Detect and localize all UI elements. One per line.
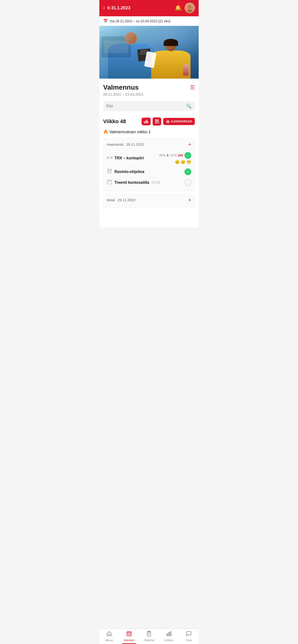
ravinto-content: Ravinto-ohjelma	[114, 170, 185, 174]
valmennus-header: Valmennus 28.11.2022 – 23.04.2023 ☰	[99, 78, 199, 99]
svg-rect-7	[147, 121, 148, 124]
search-icon[interactable]: 🔍	[186, 104, 192, 109]
svg-rect-4	[144, 122, 145, 124]
trx-check-done: ✓	[185, 152, 191, 159]
treenit-content: Treenit kuntosalilla 07:00	[114, 180, 185, 185]
fork-icon	[107, 168, 114, 175]
svg-point-1	[188, 5, 192, 8]
search-wrapper: 🔍	[103, 101, 195, 111]
ravinto-name: Ravinto-ohjelma	[114, 170, 185, 174]
monday-date: 28.11.2022	[126, 142, 144, 146]
monday-add-button[interactable]: +	[188, 141, 191, 148]
search-input[interactable]	[106, 104, 184, 108]
back-button[interactable]: ‹	[103, 5, 105, 11]
svg-rect-12	[107, 156, 108, 159]
avatar[interactable]	[185, 3, 195, 13]
valmennus-title-block: Valmennus 28.11.2022 – 23.04.2023	[103, 84, 143, 96]
ravinto-right: ✓	[185, 168, 191, 175]
week-subtitle: 🔥 Valmennuksen viikko 1	[103, 128, 195, 137]
ravinto-check-done: ✓	[185, 168, 191, 175]
monday-header: maanantai 28.11.2022 +	[107, 141, 191, 148]
ravinto-activity[interactable]: Ravinto-ohjelma ✓	[107, 166, 191, 177]
monday-label: maanantai 28.11.2022	[107, 142, 144, 146]
monday-name: maanantai	[107, 142, 123, 146]
svg-rect-6	[146, 120, 147, 124]
treenit-activity[interactable]: Treenit kuntosalilla 07:00 ✓	[107, 177, 191, 188]
week-title: Viikko 48	[103, 118, 140, 124]
stats-button[interactable]	[141, 118, 151, 125]
svg-rect-18	[107, 180, 112, 184]
food-button[interactable]	[153, 118, 161, 126]
emoji-row: 😐 😐 😁	[175, 160, 191, 164]
trx-right: RPE 4 / KTK 200 ✓ 😐 😐 😁	[159, 152, 191, 164]
menu-icon[interactable]: ☰	[190, 84, 195, 90]
svg-rect-13	[111, 156, 112, 159]
treenit-check-pending: ✓	[185, 179, 191, 186]
tuesday-header: tiistai 29.11.2022 +	[107, 197, 191, 203]
trx-content: TRX – kuntopiiri	[114, 156, 159, 160]
tuesday-label: tiistai 29.11.2022	[107, 198, 135, 202]
calendar-icon: 📅	[166, 120, 170, 123]
search-container: 🔍	[99, 99, 199, 115]
trx-activity[interactable]: TRX – kuntopiiri RPE 4 / KTK 200 ✓ 😐 😐 😁	[107, 150, 191, 166]
tuesday-name: tiistai	[107, 198, 115, 202]
tuesday-date: 29.11.2022	[117, 198, 135, 202]
calendar-small-icon: 📅	[103, 19, 108, 23]
treenit-time: 07:00	[152, 181, 160, 184]
dumbbell-icon	[107, 156, 114, 161]
hero-figure-female	[149, 36, 193, 78]
tuesday-day-card: tiistai 29.11.2022 +	[103, 194, 195, 208]
svg-rect-5	[145, 120, 146, 124]
ajanvaraus-label: AJANVARAUS	[171, 120, 192, 123]
main-content: Valmennus 28.11.2022 – 23.04.2023 ☰ 🔍 Vi…	[99, 78, 199, 228]
emoji-2: 😐	[181, 160, 186, 164]
header-date: ti 31.1.2023	[107, 6, 130, 10]
trx-name: TRX – kuntopiiri	[114, 156, 159, 160]
svg-rect-14	[108, 158, 111, 158]
program-dates: 28.11.2022 – 23.04.2023	[103, 92, 143, 96]
ktk-value: 200	[178, 154, 183, 157]
date-range-text: ma 28.11.2022 – su 23.04.2023 (21 vko)	[110, 19, 170, 23]
treenit-name: Treenit kuntosalilla 07:00	[114, 180, 185, 185]
treenit-calendar-icon	[107, 179, 114, 186]
hero-image	[99, 26, 199, 78]
notification-bell-icon[interactable]: 🔔	[175, 5, 181, 11]
bottom-spacer	[99, 208, 199, 228]
week-header: Viikko 48 📅 AJANVARAUS	[103, 118, 195, 126]
program-title: Valmennus	[103, 84, 143, 92]
tuesday-add-button[interactable]: +	[188, 197, 191, 203]
header-right: 🔔	[175, 3, 195, 13]
date-range-bar: 📅 ma 28.11.2022 – su 23.04.2023 (21 vko)	[99, 16, 199, 26]
ajanvaraus-button[interactable]: 📅 AJANVARAUS	[163, 118, 195, 125]
emoji-3: 😁	[186, 160, 191, 164]
app-header: ‹ ti 31.1.2023 🔔	[99, 0, 199, 16]
monday-day-card: maanantai 28.11.2022 + TRX – kuntopiiri	[103, 138, 195, 191]
week-section: Viikko 48 📅 AJANVARAUS	[99, 115, 199, 138]
treenit-right: ✓	[185, 179, 191, 186]
svg-point-3	[187, 9, 192, 12]
trx-rpe: RPE 4 / KTK 200	[159, 154, 183, 157]
header-left: ‹ ti 31.1.2023	[103, 5, 130, 11]
emoji-1: 😐	[175, 160, 180, 164]
rpe-value: 4	[167, 154, 168, 157]
